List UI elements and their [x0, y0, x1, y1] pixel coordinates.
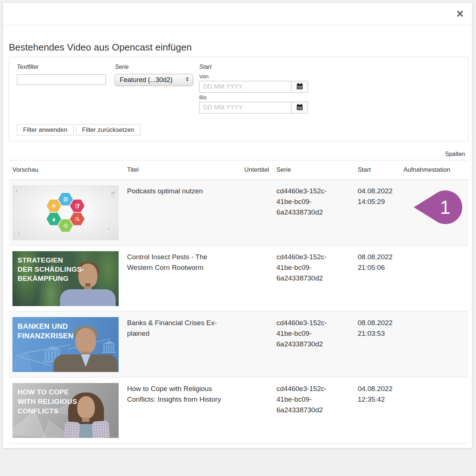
page-title: Bestehendes Video aus Opencast einfügen [9, 41, 192, 53]
subtitle-cell [231, 180, 271, 245]
calendar-icon [296, 103, 304, 112]
subtitle-cell [231, 312, 271, 377]
bis-calendar-button[interactable] [291, 102, 308, 114]
decor-dot [113, 196, 114, 197]
serie-cell: cd4460e3-152c-41be-bc09-6a24338730d2 [271, 312, 351, 377]
filter-panel: Textfilter Serie Featured (...30d2) Star… [9, 57, 468, 141]
station-cell [398, 378, 468, 443]
serie-cell: cd4460e3-152c-41be-bc09-6a24338730d2 [271, 378, 351, 443]
title-cell: Control Insect Pests - The Western Corn … [127, 246, 231, 311]
von-date-group [199, 81, 308, 93]
close-button[interactable] [454, 9, 465, 20]
cardigan [92, 420, 109, 438]
spalten-button[interactable]: Spalten [445, 151, 465, 157]
hexagon-magnifier-icon [70, 213, 85, 225]
von-calendar-button[interactable] [291, 81, 308, 93]
table-row-banks-crises[interactable]: BANKEN UND FINANZKRISEN Banks & Financia… [9, 312, 468, 378]
video-thumbnail-cornfield: STRATEGIEN DER SCHÄDLINGS- BEKÄMPFUNG [12, 251, 119, 306]
video-thumbnail-conflicts: HOW TO COPE WITH RELIGIOUS CONFLICTS [12, 383, 119, 438]
serie-cell: cd4460e3-152c-41be-bc09-6a24338730d2 [271, 180, 351, 245]
col-header-start: Start [351, 166, 398, 174]
decor-dot [16, 190, 17, 191]
textfilter-input[interactable] [17, 74, 106, 85]
von-date-input[interactable] [199, 81, 291, 93]
bis-date-input[interactable] [199, 102, 291, 114]
col-header-titel: Titel [127, 166, 231, 174]
serie-cell: cd4460e3-152c-41be-bc09-6a24338730d2 [271, 246, 351, 311]
hexagon-clipboard-pencil-icon [70, 200, 85, 212]
table-row-insect-pests[interactable]: STRATEGIEN DER SCHÄDLINGS- BEKÄMPFUNG Co… [9, 246, 468, 312]
serie-select[interactable]: Featured (...30d2) [115, 74, 193, 86]
subtitle-cell [231, 378, 271, 443]
serie-label: Serie [115, 64, 129, 70]
bis-date-group [199, 102, 308, 114]
thumbnail-title-text: STRATEGIEN DER SCHÄDLINGS- BEKÄMPFUNG [18, 256, 84, 283]
hexagon-hand-icon [47, 213, 61, 225]
thumbnail-title-text: HOW TO COPE WITH RELIGIOUS CONFLICTS [18, 387, 77, 416]
title-cell: How to Cope with Religious Conflicts: In… [127, 378, 231, 443]
thumbnail-title-text: BANKEN UND FINANZKRISEN [18, 321, 74, 341]
table-header-row: Vorschau Titel Untertitel Serie Start Au… [9, 160, 468, 180]
bank-icon [102, 341, 116, 353]
title-cell: Podcasts optimal nutzen [127, 180, 231, 245]
bank-icon [13, 352, 32, 369]
marker-number: 1 [440, 197, 451, 218]
start-cell: 04.08.2022 12:35:42 [351, 378, 398, 443]
col-header-vorschau: Vorschau [9, 166, 127, 174]
start-cell: 04.08.2022 14:05:29 [351, 180, 398, 245]
title-cell: Banks & Financial Crises Ex­plained [127, 312, 231, 377]
reset-filter-button[interactable]: Filter zurücksetzen [76, 124, 141, 135]
subtitle-cell [231, 246, 271, 311]
col-header-aufnahmestation: Aufnahmestation [398, 166, 468, 174]
hexagon-clock-icon [58, 219, 73, 232]
video-thumbnail-hexagons: uᵇ [12, 185, 119, 240]
results-table: Vorschau Titel Untertitel Serie Start Au… [9, 160, 468, 443]
opencast-insert-dialog: Bestehendes Video aus Opencast einfügen … [3, 3, 472, 448]
neck [82, 417, 89, 422]
calendar-icon [296, 82, 304, 91]
von-label: Von [199, 73, 209, 79]
col-header-untertitel: Untertitel [231, 166, 271, 174]
bis-label: Bis [199, 94, 207, 100]
dialog-header [3, 3, 472, 25]
hexagon-calendar-icon [58, 193, 73, 205]
station-cell [398, 246, 468, 311]
decor-dot [18, 233, 19, 234]
video-thumbnail-banks: BANKEN UND FINANZKRISEN [12, 317, 119, 372]
station-cell [398, 312, 468, 377]
annotation-marker-1: 1 [412, 188, 464, 227]
decor-dot [108, 228, 109, 230]
cardigan [64, 421, 81, 438]
serie-selected-value: Featured (...30d2) [120, 76, 172, 84]
start-cell: 08.08.2022 21:03:53 [351, 312, 398, 377]
table-row-podcasts[interactable]: uᵇ [9, 180, 468, 246]
start-cell: 08.08.2022 21:05:06 [351, 246, 398, 311]
apply-filter-button[interactable]: Filter anwenden [17, 124, 74, 135]
start-label: Start [199, 64, 212, 70]
hexagon-x-icon [47, 200, 61, 212]
table-row-religious-conflicts[interactable]: HOW TO COPE WITH RELIGIOUS CONFLICTS How… [9, 378, 468, 443]
textfilter-label: Textfilter [17, 64, 39, 70]
col-header-serie: Serie [271, 166, 351, 174]
select-arrows-icon [185, 76, 189, 84]
close-icon [457, 10, 464, 18]
